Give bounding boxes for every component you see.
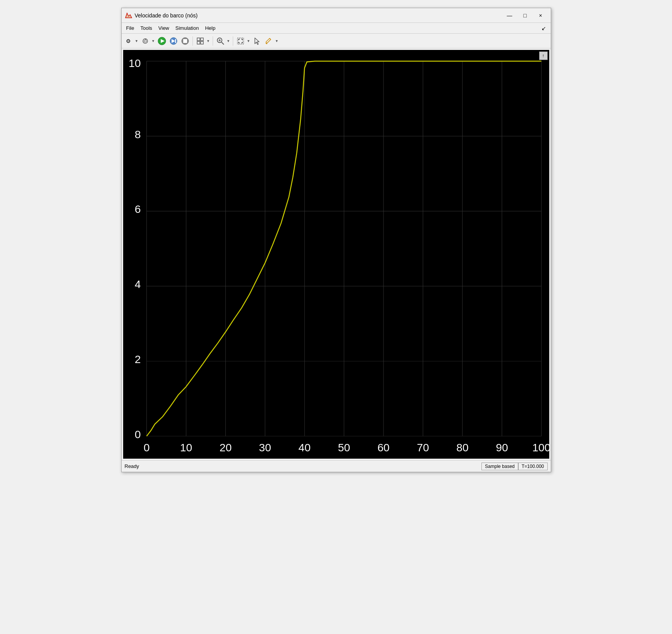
menu-expand-icon: ↙	[541, 25, 549, 31]
play-icon	[158, 37, 166, 45]
close-button[interactable]: ×	[534, 10, 548, 21]
refresh-icon	[142, 38, 149, 45]
fit-dropdown-button[interactable]: ▼	[246, 36, 251, 46]
sample-based-badge: Sample based	[481, 463, 518, 470]
svg-rect-9	[175, 39, 176, 43]
layout-dropdown-button[interactable]: ▼	[206, 36, 211, 46]
svg-text:10: 10	[128, 57, 140, 69]
svg-rect-13	[201, 38, 203, 41]
fit-btn-group: ▼	[235, 36, 251, 46]
svg-rect-11	[183, 39, 187, 43]
svg-text:10: 10	[180, 442, 192, 453]
time-badge: T=100.000	[518, 463, 548, 470]
stop-icon	[181, 37, 189, 45]
svg-text:60: 60	[377, 442, 389, 453]
step-forward-button[interactable]	[168, 36, 179, 46]
play-button[interactable]	[156, 36, 167, 46]
svg-rect-14	[197, 41, 200, 44]
svg-rect-23	[123, 50, 549, 459]
menu-file[interactable]: File	[123, 24, 137, 32]
svg-text:20: 20	[219, 442, 231, 453]
svg-text:80: 80	[456, 442, 468, 453]
title-bar: Velocidade do barco (nós) — □ ×	[122, 8, 551, 23]
fit-dropdown-icon: ▼	[247, 39, 250, 43]
settings-dropdown-button[interactable]: ▼	[134, 36, 139, 46]
settings-button[interactable]: ⚙	[123, 36, 134, 46]
expand-plot-button[interactable]: ↑	[539, 51, 548, 60]
settings-dropdown-icon: ▼	[135, 39, 138, 43]
edit-btn-group: ▼	[263, 36, 279, 46]
menu-simulation[interactable]: Simulation	[172, 24, 202, 32]
svg-text:2: 2	[134, 353, 141, 365]
sep-1	[192, 36, 193, 46]
svg-text:90: 90	[496, 442, 508, 453]
refresh-btn-group: ▼	[140, 36, 156, 46]
svg-line-17	[222, 42, 224, 45]
svg-rect-15	[201, 41, 203, 44]
settings-btn-group: ⚙ ▼	[123, 36, 139, 46]
zoom-btn-group: ▼	[215, 36, 231, 46]
svg-text:50: 50	[338, 442, 350, 453]
expand-icon: ↑	[542, 53, 545, 58]
edit-button[interactable]	[263, 36, 274, 46]
zoom-dropdown-button[interactable]: ▼	[226, 36, 231, 46]
menu-bar: File Tools View Simulation Help ↙	[122, 23, 551, 34]
layout-button[interactable]	[195, 36, 206, 46]
svg-rect-12	[197, 38, 200, 41]
maximize-button[interactable]: □	[518, 10, 532, 21]
svg-text:100: 100	[532, 442, 549, 453]
status-right-area: Sample based T=100.000	[481, 463, 547, 470]
edit-icon	[265, 38, 272, 45]
toolbar: ⚙ ▼ ▼	[122, 34, 551, 48]
window-controls: — □ ×	[503, 10, 548, 21]
edit-dropdown-icon: ▼	[275, 39, 278, 43]
zoom-icon	[217, 37, 224, 45]
svg-text:70: 70	[417, 442, 429, 453]
layout-dropdown-icon: ▼	[206, 39, 210, 43]
menu-help[interactable]: Help	[202, 24, 218, 32]
svg-rect-20	[237, 38, 244, 44]
refresh-dropdown-icon: ▼	[151, 39, 155, 43]
ready-status: Ready	[125, 463, 482, 469]
refresh-button[interactable]	[140, 36, 151, 46]
svg-text:4: 4	[134, 279, 141, 290]
svg-text:6: 6	[134, 204, 141, 215]
svg-text:8: 8	[134, 129, 141, 140]
refresh-dropdown-button[interactable]: ▼	[151, 36, 156, 46]
plot-area: ↑	[123, 50, 549, 459]
stop-button[interactable]	[180, 36, 191, 46]
layout-icon	[197, 38, 204, 45]
step-forward-icon	[170, 37, 177, 45]
matlab-icon	[125, 12, 132, 19]
menu-view[interactable]: View	[155, 24, 172, 32]
status-bar: Ready Sample based T=100.000	[122, 460, 551, 472]
cursor-button[interactable]	[252, 36, 263, 46]
menu-tools[interactable]: Tools	[137, 24, 155, 32]
sep-3	[233, 36, 233, 46]
settings-icon: ⚙	[126, 38, 131, 44]
edit-dropdown-button[interactable]: ▼	[275, 36, 279, 46]
svg-point-4	[144, 40, 146, 42]
cursor-icon	[254, 37, 261, 45]
svg-rect-0	[125, 12, 132, 19]
main-window: Velocidade do barco (nós) — □ × File Too…	[121, 8, 551, 472]
svg-text:0: 0	[143, 442, 150, 453]
svg-text:30: 30	[259, 442, 271, 453]
fit-icon	[237, 37, 244, 45]
sep-2	[213, 36, 213, 46]
layout-btn-group: ▼	[195, 36, 211, 46]
window-title: Velocidade do barco (nós)	[135, 12, 503, 19]
zoom-dropdown-icon: ▼	[227, 39, 230, 43]
zoom-button[interactable]	[215, 36, 226, 46]
svg-text:0: 0	[134, 428, 141, 440]
svg-text:40: 40	[298, 442, 310, 453]
fit-button[interactable]	[235, 36, 246, 46]
minimize-button[interactable]: —	[503, 10, 517, 21]
plot-svg: 0 2 4 6 8 10 0 10 20 30 40 50 60 70 80 9…	[123, 50, 549, 459]
